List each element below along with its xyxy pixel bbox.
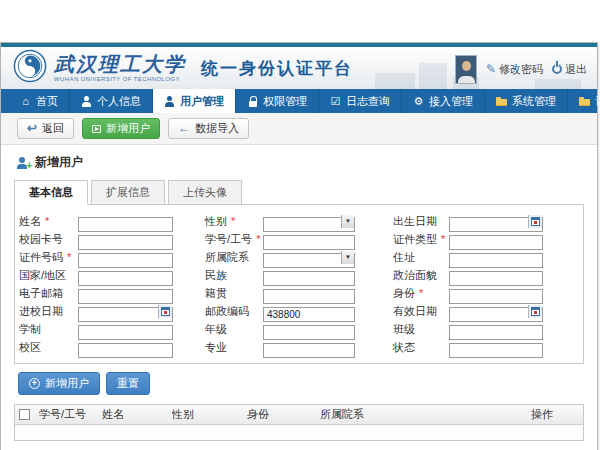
nav-item-0[interactable]: 首页 [9, 89, 70, 113]
form-input[interactable] [263, 325, 355, 340]
nav-item-label: 用户管理 [180, 94, 224, 109]
chevron-down-icon[interactable]: ▼ [341, 215, 354, 228]
form-input[interactable] [78, 235, 173, 250]
form-label: 性别 * [205, 214, 263, 229]
form-input[interactable] [263, 235, 355, 250]
nav-item-3[interactable]: 权限管理 [236, 89, 319, 113]
form-field: 身份 * [393, 286, 583, 301]
form-row: 学制 年级 班级 [19, 320, 583, 338]
form-control [449, 232, 543, 247]
form-control [263, 268, 355, 283]
change-password-link[interactable]: ✎ 修改密码 [486, 62, 543, 77]
form-field: 年级 [205, 322, 393, 337]
form-control [449, 214, 543, 229]
form-field: 学制 [19, 322, 205, 337]
university-logo-icon [13, 49, 47, 87]
form-field: 状态 [393, 340, 583, 355]
form-label: 班级 [393, 322, 449, 337]
nav-item-6[interactable]: 系统管理 [485, 89, 568, 113]
form-input[interactable] [449, 235, 543, 250]
skyline-decoration [375, 73, 415, 89]
form-input[interactable] [78, 343, 173, 358]
form-field: 国家/地区 [19, 268, 205, 283]
form-input[interactable] [78, 271, 173, 286]
form-control [78, 250, 173, 265]
data-import-button[interactable]: ← 数据导入 [168, 118, 249, 139]
nav-item-1[interactable]: 个人信息 [70, 89, 153, 113]
form-input[interactable] [78, 325, 173, 340]
form-row: 校区 专业 状态 [19, 338, 583, 356]
form-row: 证件号码 *所属院系 ▼住址 [19, 248, 583, 266]
tab-2[interactable]: 上传头像 [168, 180, 242, 205]
form-control [449, 304, 543, 319]
form-input[interactable] [78, 253, 173, 268]
tab-1[interactable]: 扩展信息 [91, 180, 165, 205]
table-column-header: 性别 [172, 407, 247, 422]
calendar-icon[interactable] [528, 305, 542, 318]
university-name-en: WUHAN UNIVERSITY OF TECHNOLOGY [54, 76, 186, 82]
form-input[interactable] [449, 343, 543, 358]
reset-button[interactable]: 重置 [106, 372, 150, 395]
chevron-down-icon[interactable]: ▼ [341, 251, 354, 264]
back-label: 返回 [42, 121, 64, 136]
reset-label: 重置 [117, 376, 139, 391]
submit-add-user-button[interactable]: + 新增用户 [18, 372, 100, 395]
avatar[interactable] [455, 55, 477, 84]
nav-item-4[interactable]: 日志查询 [319, 89, 402, 113]
table-header-row: 学号/工号姓名性别身份所属院系操作 [15, 405, 583, 425]
form-label: 学制 [19, 322, 78, 337]
add-user-toolbar-button[interactable]: 新增用户 [82, 118, 160, 139]
nav-item-5[interactable]: 接入管理 [402, 89, 485, 113]
form-input[interactable] [449, 289, 543, 304]
form-label: 有效日期 [393, 304, 449, 319]
university-name-block: 武汉理工大学 WUHAN UNIVERSITY OF TECHNOLOGY [54, 54, 186, 82]
form-field: 住址 [393, 250, 583, 265]
form-label: 进校日期 [19, 304, 78, 319]
form-input[interactable] [263, 289, 355, 304]
form-field: 籍贯 [205, 286, 393, 301]
form-field: 证件类型 * [393, 232, 583, 247]
select-all-checkbox[interactable] [19, 409, 30, 420]
nav-item-7[interactable]: 订阅管理 [568, 89, 600, 113]
table-column-header: 姓名 [102, 407, 172, 422]
nav-item-label: 接入管理 [429, 94, 473, 109]
form-label: 校区 [19, 340, 78, 355]
form-input[interactable] [449, 253, 543, 268]
table-column-header: 学号/工号 [30, 407, 102, 422]
form-input[interactable] [449, 271, 543, 286]
tab-0[interactable]: 基本信息 [14, 180, 88, 205]
form-field: 有效日期 [393, 304, 583, 319]
form-actions: + 新增用户 重置 [18, 372, 584, 395]
form-control [449, 268, 543, 283]
form-field: 民族 [205, 268, 393, 283]
logout-link[interactable]: 退出 [552, 62, 587, 77]
header: 武汉理工大学 WUHAN UNIVERSITY OF TECHNOLOGY 统一… [1, 47, 597, 89]
form-control [449, 322, 543, 337]
form-input[interactable] [449, 325, 543, 340]
back-button[interactable]: ↩ 返回 [17, 118, 74, 139]
form-label: 所属院系 [205, 250, 263, 265]
calendar-icon[interactable] [528, 215, 542, 228]
import-arrow-icon: ← [178, 123, 190, 134]
user-table: 学号/工号姓名性别身份所属院系操作 [14, 404, 584, 441]
form-control: ▼ [263, 214, 355, 229]
form-input[interactable] [78, 289, 173, 304]
form-field: 邮政编码 [205, 304, 393, 319]
nav-item-2[interactable]: 用户管理 [153, 89, 236, 113]
form-field: 进校日期 [19, 304, 205, 319]
form-control [78, 304, 173, 319]
form-input[interactable] [263, 307, 355, 322]
required-asterisk: * [45, 215, 49, 227]
form-input[interactable] [263, 343, 355, 358]
calendar-icon[interactable] [158, 305, 172, 318]
form-input[interactable] [263, 271, 355, 286]
form-input[interactable] [78, 217, 173, 232]
form-label: 年级 [205, 322, 263, 337]
submit-add-user-label: 新增用户 [45, 376, 89, 391]
form-control [263, 322, 355, 337]
back-arrow-icon: ↩ [27, 123, 37, 134]
form-row: 电子邮箱 籍贯 身份 * [19, 284, 583, 302]
add-user-icon: + [16, 157, 29, 169]
nav-item-label: 权限管理 [263, 94, 307, 109]
basic-info-panel: 姓名 *性别 *▼出生日期 校园卡号 学号/工号 *证件类型 *证件号码 *所属… [14, 204, 584, 364]
